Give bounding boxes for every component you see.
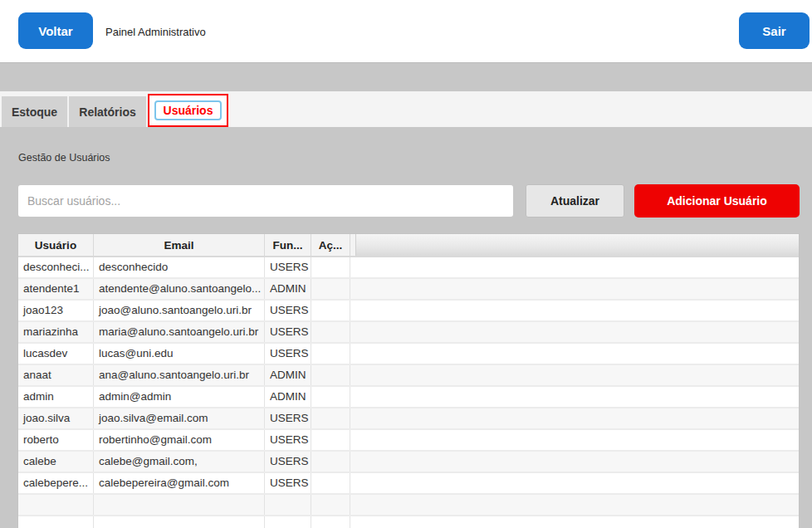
- cell-acoes: [311, 322, 350, 342]
- cell-acoes: [311, 495, 350, 515]
- cell-email: maria@aluno.santoangelo.uri.br: [94, 322, 265, 342]
- column-header-acoes[interactable]: Aç...: [311, 234, 350, 256]
- cell-filler: [350, 322, 799, 342]
- table-row[interactable]: anaatana@aluno.santoangelo.uri.brADMIN: [18, 365, 799, 387]
- section-title: Gestão de Usuários: [18, 152, 110, 164]
- cell-usuario: atendente1: [18, 279, 94, 299]
- cell-funcao: ADMIN: [265, 279, 311, 299]
- table-row[interactable]: atendente1atendente@aluno.santoangelo...…: [18, 279, 799, 301]
- table-row[interactable]: adminadmin@adminADMIN: [18, 387, 799, 408]
- tab-estoque[interactable]: Estoque: [2, 96, 68, 127]
- cell-usuario: [18, 516, 94, 528]
- cell-acoes: [311, 473, 350, 493]
- column-header-funcao[interactable]: Fun...: [265, 234, 311, 256]
- table-row[interactable]: [18, 495, 799, 516]
- cell-usuario: anaat: [18, 365, 94, 385]
- cell-email: [94, 495, 265, 515]
- table-row[interactable]: lucasdevlucas@uni.eduUSERS: [18, 344, 799, 365]
- cell-filler: [350, 495, 799, 515]
- cell-funcao: USERS: [265, 430, 311, 450]
- cell-email: atendente@aluno.santoangelo...: [94, 279, 265, 299]
- back-button[interactable]: Voltar: [18, 12, 93, 49]
- cell-filler: [350, 452, 799, 472]
- cell-usuario: desconheci...: [18, 257, 94, 277]
- table-header-row: Usuário Email Fun... Aç...: [18, 234, 799, 257]
- cell-acoes: [311, 452, 350, 472]
- tab-strip: Estoque Relatórios Usuários: [0, 91, 812, 127]
- tab-usuarios[interactable]: Usuários: [148, 94, 228, 127]
- cell-filler: [350, 279, 799, 299]
- cell-funcao: ADMIN: [265, 387, 311, 407]
- search-users-input[interactable]: [18, 185, 513, 217]
- cell-email: lucas@uni.edu: [94, 344, 265, 364]
- cell-funcao: USERS: [265, 473, 311, 493]
- cell-filler: [350, 301, 799, 320]
- cell-email: joao.silva@email.com: [94, 408, 265, 428]
- add-user-button[interactable]: Adicionar Usuário: [634, 184, 800, 218]
- cell-email: robertinho@gmail.com: [94, 430, 265, 450]
- cell-email: calebepereira@gmail.com: [94, 473, 265, 493]
- cell-email: ana@aluno.santoangelo.uri.br: [94, 365, 265, 385]
- cell-usuario: calebe: [18, 452, 94, 472]
- cell-usuario: [18, 495, 94, 515]
- cell-usuario: calebepere...: [18, 473, 94, 493]
- column-header-email[interactable]: Email: [94, 234, 265, 256]
- cell-filler: [350, 430, 799, 450]
- table-row[interactable]: desconheci...desconhecidoUSERS: [18, 257, 799, 279]
- cell-usuario: admin: [18, 387, 94, 407]
- cell-filler: [350, 257, 799, 277]
- cell-email: calebe@gmail.com,: [94, 452, 265, 472]
- cell-funcao: [265, 495, 311, 515]
- cell-usuario: mariazinha: [18, 322, 94, 342]
- cell-acoes: [311, 301, 350, 320]
- table-row[interactable]: mariazinhamaria@aluno.santoangelo.uri.br…: [18, 322, 799, 344]
- cell-funcao: USERS: [265, 301, 311, 320]
- refresh-button[interactable]: Atualizar: [526, 184, 624, 218]
- cell-email: desconhecido: [94, 257, 265, 277]
- cell-funcao: USERS: [265, 257, 311, 277]
- cell-acoes: [311, 387, 350, 407]
- cell-acoes: [311, 430, 350, 450]
- column-header-usuario[interactable]: Usuário: [18, 234, 94, 256]
- logout-button[interactable]: Sair: [739, 12, 810, 49]
- cell-funcao: USERS: [265, 344, 311, 364]
- cell-filler: [350, 365, 799, 385]
- cell-acoes: [311, 516, 350, 528]
- column-header-filler: [355, 234, 799, 256]
- cell-filler: [350, 473, 799, 493]
- users-table: Usuário Email Fun... Aç... desconheci...…: [18, 234, 799, 528]
- cell-usuario: joao.silva: [18, 408, 94, 428]
- cell-filler: [350, 344, 799, 364]
- cell-usuario: roberto: [18, 430, 94, 450]
- cell-funcao: [265, 516, 311, 528]
- table-row[interactable]: joao123joao@aluno.santoangelo.uri.brUSER…: [18, 301, 799, 322]
- cell-funcao: ADMIN: [265, 365, 311, 385]
- spacer-band: [0, 64, 812, 91]
- cell-acoes: [311, 257, 350, 277]
- tab-usuarios-label: Usuários: [154, 100, 223, 120]
- cell-filler: [350, 408, 799, 428]
- cell-email: joao@aluno.santoangelo.uri.br: [94, 301, 265, 320]
- table-row[interactable]: [18, 516, 799, 528]
- cell-acoes: [311, 408, 350, 428]
- cell-acoes: [311, 279, 350, 299]
- cell-filler: [350, 516, 799, 528]
- table-row[interactable]: robertorobertinho@gmail.comUSERS: [18, 430, 799, 452]
- table-body: desconheci...desconhecidoUSERSatendente1…: [18, 257, 799, 528]
- cell-acoes: [311, 365, 350, 385]
- table-row[interactable]: calebecalebe@gmail.com,USERS: [18, 452, 799, 473]
- table-row[interactable]: calebepere...calebepereira@gmail.comUSER…: [18, 473, 799, 495]
- cell-funcao: USERS: [265, 322, 311, 342]
- admin-panel-window: Voltar Painel Administrativo Sair Estoqu…: [0, 0, 812, 528]
- cell-usuario: joao123: [18, 301, 94, 320]
- cell-email: admin@admin: [94, 387, 265, 407]
- table-row[interactable]: joao.silvajoao.silva@email.comUSERS: [18, 408, 799, 430]
- page-title: Painel Administrativo: [105, 0, 206, 63]
- top-bar: Voltar Painel Administrativo Sair: [0, 0, 812, 63]
- cell-filler: [350, 387, 799, 407]
- tab-relatorios[interactable]: Relatórios: [69, 96, 147, 127]
- cell-email: [94, 516, 265, 528]
- cell-funcao: USERS: [265, 452, 311, 472]
- cell-funcao: USERS: [265, 408, 311, 428]
- cell-usuario: lucasdev: [18, 344, 94, 364]
